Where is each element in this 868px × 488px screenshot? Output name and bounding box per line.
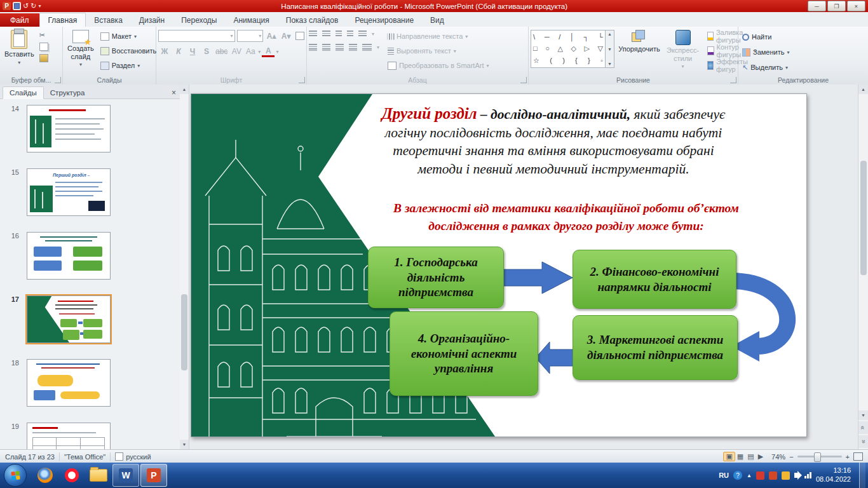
shape-line-icon[interactable]: \ xyxy=(533,34,535,41)
shape-circle-icon[interactable]: ○ xyxy=(545,45,550,52)
arrow-left-icon[interactable] xyxy=(534,341,575,375)
help-tray-icon[interactable]: ? xyxy=(733,471,742,480)
shape-brace-right-icon[interactable]: } xyxy=(588,57,590,64)
clock[interactable]: 13:16 08.04.2022 xyxy=(816,466,855,484)
tab-file[interactable]: Файл xyxy=(0,13,39,27)
redo-icon[interactable]: ↻ xyxy=(31,2,36,10)
panel-scrollbar[interactable]: ▲ ▼ xyxy=(180,85,189,449)
hidden-icons-chevron-icon[interactable]: ▲ xyxy=(747,473,752,478)
character-spacing-button[interactable]: AV xyxy=(230,46,243,57)
zoom-slider[interactable] xyxy=(797,456,842,458)
previous-slide-button[interactable]: « xyxy=(858,421,868,434)
shape-dot-icon[interactable]: ◦ xyxy=(600,57,603,64)
arrange-button[interactable]: Упорядочить xyxy=(618,28,660,72)
section-button[interactable]: Раздел ▾ xyxy=(98,58,158,72)
panel-scroll-down-icon[interactable]: ▼ xyxy=(180,440,189,449)
italic-button[interactable]: К xyxy=(172,46,185,57)
slide-sorter-view-icon[interactable]: ▦ xyxy=(735,452,745,461)
font-size-combo[interactable]: ▾ xyxy=(237,30,264,42)
shape-rectangle-icon[interactable]: □ xyxy=(533,45,538,52)
shapes-scroll-down-icon[interactable]: ▼ xyxy=(607,47,612,51)
align-center-icon[interactable] xyxy=(322,44,330,51)
shrink-font-button[interactable]: А▾ xyxy=(280,30,292,42)
slideshow-view-icon[interactable]: ▶ xyxy=(756,452,765,461)
shape-triangle-icon[interactable]: △ xyxy=(557,45,562,52)
powerpoint-app-icon[interactable]: P xyxy=(3,2,11,10)
align-text-button[interactable]: Выровнять текст ▾ xyxy=(386,44,491,58)
paragraph-dialog-launcher[interactable] xyxy=(520,77,527,83)
convert-smartart-button[interactable]: Преобразовать в SmartArt ▾ xyxy=(386,58,491,72)
shape-paren-left-icon[interactable]: ( xyxy=(550,57,552,64)
next-slide-button[interactable]: « xyxy=(858,435,868,448)
panel-tab-outline[interactable]: Структура xyxy=(44,87,92,98)
tab-insert[interactable]: Вставка xyxy=(86,13,131,27)
zoom-in-icon[interactable]: + xyxy=(846,453,850,461)
bullets-icon[interactable] xyxy=(309,30,317,37)
format-painter-button[interactable] xyxy=(39,54,48,62)
fit-to-window-icon[interactable] xyxy=(853,452,863,461)
editor-scroll-up-icon[interactable]: ▲ xyxy=(858,85,868,94)
tab-view[interactable]: Вид xyxy=(422,13,452,27)
shape-paren-right-icon[interactable]: ) xyxy=(562,57,565,64)
layout-button[interactable]: Макет ▾ xyxy=(98,29,158,43)
panel-scroll-up-icon[interactable]: ▲ xyxy=(180,85,189,94)
volume-icon[interactable] xyxy=(794,473,798,478)
slide-thumbnail-14[interactable] xyxy=(27,105,111,152)
slide-thumbnail-16[interactable] xyxy=(27,232,111,280)
start-button[interactable] xyxy=(4,464,27,487)
taskbar-firefox-icon[interactable] xyxy=(32,464,58,486)
slide-subtitle[interactable]: В залежності від тематики кваліфікаційно… xyxy=(350,200,782,236)
copy-button[interactable] xyxy=(39,43,48,51)
box-1-business-activity[interactable]: 1. Господарська діяльність підприємства xyxy=(368,247,504,308)
shapes-gallery[interactable]: \ ─ / │ ┐ └ □ ○ △ ◇ ▷ xyxy=(531,30,606,68)
underline-button[interactable]: Ч xyxy=(186,46,199,57)
numbering-icon[interactable] xyxy=(322,30,330,37)
shape-brace-left-icon[interactable]: { xyxy=(575,57,578,64)
normal-view-icon[interactable]: ▣ xyxy=(723,452,735,461)
shapes-scroll-up-icon[interactable]: ▲ xyxy=(607,32,612,36)
slide-canvas[interactable]: Другий розділ – дослідно-аналітичний, як… xyxy=(191,93,807,437)
drawing-dialog-launcher[interactable] xyxy=(730,77,736,83)
zoom-slider-thumb[interactable] xyxy=(814,452,821,462)
shape-star-icon[interactable]: ☆ xyxy=(533,57,539,64)
save-icon[interactable] xyxy=(13,2,21,10)
box-4-organizational-economic[interactable]: 4. Організаційно-економічні аспекти упра… xyxy=(390,311,538,396)
line-spacing-icon[interactable] xyxy=(358,30,367,37)
grow-font-button[interactable]: А▴ xyxy=(265,30,278,42)
minimize-button[interactable]: ─ xyxy=(808,1,826,11)
tab-home[interactable]: Главная xyxy=(39,13,86,27)
reset-button[interactable]: Восстановить xyxy=(98,44,158,58)
align-left-icon[interactable] xyxy=(309,44,317,51)
cut-button[interactable]: ✂ xyxy=(39,31,48,39)
undo-icon[interactable]: ↺ xyxy=(23,2,29,10)
editor-scroll-thumb[interactable] xyxy=(860,161,867,275)
show-desktop-button[interactable] xyxy=(859,463,865,488)
maximize-button[interactable]: ❐ xyxy=(827,1,846,11)
strikethrough-button[interactable]: abc xyxy=(214,46,229,57)
align-right-icon[interactable] xyxy=(336,44,344,51)
box-2-financial-economic[interactable]: 2. Фінансово-економічні напрямки діяльно… xyxy=(573,250,736,309)
replace-button[interactable]: Заменить ▾ xyxy=(740,45,866,59)
tab-animations[interactable]: Анимация xyxy=(225,13,277,27)
bold-button[interactable]: Ж xyxy=(158,46,171,57)
taskbar-powerpoint-icon[interactable]: P xyxy=(140,464,167,487)
quick-styles-button[interactable]: Экспресс-стили ▾ xyxy=(664,28,702,72)
new-slide-button[interactable]: Создать слайд ▾ xyxy=(65,28,97,72)
font-name-combo[interactable]: ▾ xyxy=(158,30,235,42)
slide-thumbnail-18[interactable] xyxy=(27,359,111,407)
justify-icon[interactable] xyxy=(349,44,357,51)
indent-decrease-icon[interactable] xyxy=(336,30,342,37)
tray-powerpoint-icon[interactable] xyxy=(769,471,777,480)
text-shadow-button[interactable]: S xyxy=(200,46,213,57)
select-button[interactable]: ↖ Выделить ▾ xyxy=(740,60,866,74)
tab-slideshow[interactable]: Показ слайдов xyxy=(278,13,347,27)
shape-diamond-icon[interactable]: ◇ xyxy=(571,45,576,52)
slide-thumbnail-15[interactable]: Перший розділ – xyxy=(27,168,111,216)
clear-formatting-button[interactable] xyxy=(295,32,304,40)
tab-transitions[interactable]: Переходы xyxy=(173,13,225,27)
indent-increase-icon[interactable] xyxy=(347,30,353,37)
taskbar-word-icon[interactable]: W xyxy=(112,464,139,487)
arrow-curved-icon[interactable] xyxy=(730,254,807,400)
shape-elbow-icon[interactable]: ┐ xyxy=(584,34,589,41)
shape-hline-icon[interactable]: ─ xyxy=(545,34,550,41)
